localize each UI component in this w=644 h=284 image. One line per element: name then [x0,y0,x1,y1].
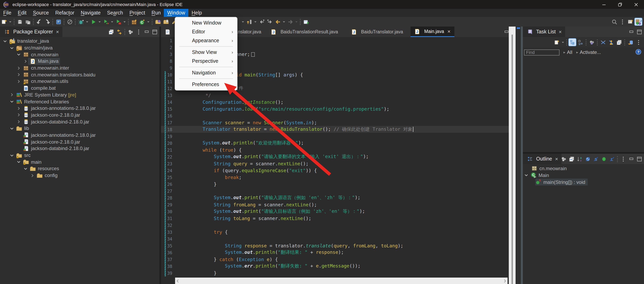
dropdown-caret-icon[interactable] [282,18,286,26]
back-icon[interactable] [274,18,282,26]
scope-all-button[interactable]: All [567,49,572,55]
menubar-item-refactor[interactable]: Refactor [52,9,78,17]
view-menu-icon[interactable] [134,28,142,36]
code-line[interactable]: 13 */ [161,92,509,99]
code-line[interactable]: 33 try { [161,229,509,235]
dropdown-caret-icon[interactable] [294,18,299,26]
editor-tab-main.java[interactable]: JMain.java✕ [410,26,454,37]
outline-item[interactable]: cn.meowrain [523,165,644,172]
code-line[interactable]: 37 } catch (Exception e) { [161,256,509,263]
view-handle-icon[interactable] [618,18,626,26]
hide-fields-icon[interactable]: F [584,155,592,163]
code-line[interactable]: 38 System.err.println("翻译失败: " + e.getMe… [161,263,509,270]
collapse-chevron-icon[interactable] [23,166,28,172]
tree-item[interactable]: src [0,152,158,159]
open-console-icon[interactable] [54,18,62,26]
nav-next-icon[interactable] [43,18,51,26]
dropdown-caret-icon[interactable] [110,18,114,26]
menubar-item-window[interactable]: Window [164,9,188,17]
sort-icon[interactable]: az [576,155,584,163]
menu-item-preferences[interactable]: Preferences [175,80,237,89]
tree-item[interactable]: lib [0,125,158,132]
dropdown-caret-icon[interactable] [241,18,245,26]
menubar-item-file[interactable]: File [0,9,14,17]
previous-edit-icon[interactable] [258,18,266,26]
link-editor-icon[interactable] [115,28,123,36]
code-line[interactable]: 16 [161,112,509,119]
expand-chevron-icon[interactable] [16,105,21,111]
tree-item[interactable]: config [0,172,158,179]
expand-chevron-icon[interactable] [16,112,21,118]
categorized-icon[interactable] [568,38,576,46]
code-line[interactable]: 21 while (true) { [161,146,509,153]
code-line[interactable]: 18 Translator translator = new BaiduTran… [161,126,509,133]
hide-non-public-icon[interactable] [600,155,608,163]
minimize-icon[interactable] [142,28,150,36]
dropdown-caret-icon[interactable] [146,18,150,26]
tree-item[interactable]: 010jackson-databind-2.18.0.jar [0,118,158,125]
code-line[interactable]: 35 String response = translator.translat… [161,242,509,249]
close-button[interactable] [628,0,644,9]
code-line[interactable]: 28 System.out.print("请输入源语言（例如 'en'、'zh'… [161,194,509,201]
menubar-item-navigate[interactable]: Navigate [78,9,104,17]
dropdown-caret-icon[interactable] [98,18,102,26]
horizontal-scrollbar[interactable] [175,278,508,284]
menu-item-perspective[interactable]: Perspective› [175,57,237,66]
close-view-icon[interactable]: ✕ [56,29,59,34]
filter-mine-icon[interactable] [607,38,615,46]
help-icon[interactable]: ? [635,49,642,55]
code-line[interactable]: 26 } [161,181,509,187]
hide-static-icon[interactable]: S [592,155,600,163]
overview-ruler[interactable] [516,26,521,284]
next-edit-icon[interactable] [266,18,274,26]
coverage-icon[interactable] [102,18,110,26]
scroll-left-icon[interactable] [176,279,179,283]
menu-item-new-window[interactable]: New Window [175,18,237,27]
code-line[interactable]: 36 System.out.println("翻译结果: " + respons… [161,249,509,256]
tree-item[interactable]: compile.bat [0,85,158,91]
code-line[interactable]: 34 [161,235,509,242]
expand-chevron-icon[interactable] [23,58,28,64]
horizontal-sash[interactable] [523,152,644,154]
menubar-item-search[interactable]: Search [104,9,126,17]
open-task-icon[interactable] [162,18,170,26]
find-input[interactable] [524,49,560,55]
tree-item[interactable]: jackson-core-2.18.0.jar [0,139,158,145]
tree-item[interactable]: jackson-databind-2.18.0.jar [0,145,158,152]
menu-item-navigation[interactable]: Navigation› [175,68,237,77]
tree-item[interactable]: cn.meowrain.utils [0,78,158,85]
maximize-icon[interactable] [635,155,643,163]
presentation-icon[interactable] [588,38,596,46]
code-line[interactable]: 24 if (query.equalsIgnoreCase("exit")) { [161,167,509,174]
dropdown-caret-icon[interactable] [561,38,565,46]
new-package-icon[interactable] [130,18,138,26]
code-line[interactable]: 30 System.out.print("请输入目标语言（例如 'zh'、'en… [161,208,509,215]
close-view-icon[interactable]: ✕ [558,29,562,34]
restore-button[interactable] [612,0,628,9]
save-all-icon[interactable] [24,18,32,26]
tree-item[interactable]: 010jackson-annotations-2.18.0.jar [0,105,158,112]
code-line[interactable]: 14 Confinguration.getInstance(); [161,99,509,105]
collapse-chevron-icon[interactable] [9,99,14,105]
code-line[interactable]: 32 [161,222,509,229]
outline-tab[interactable]: Outline ✕ [523,154,562,164]
tree-item[interactable]: JMain.java [0,58,158,64]
tree-item[interactable]: cn.meowrain.inter [0,65,158,71]
maximize-icon[interactable] [635,28,643,36]
expand-chevron-icon[interactable] [16,72,21,78]
code-line[interactable]: 27 [161,187,509,194]
folded-region-box[interactable] [251,52,255,56]
outline-item[interactable]: Smain(String[]) : void [523,179,644,185]
expand-chevron-icon[interactable] [30,172,35,178]
menubar-item-run[interactable]: Run [148,9,164,17]
tree-item[interactable]: src/main/java [0,44,158,51]
scheduled-icon[interactable] [576,38,584,46]
expand-chevron-icon[interactable] [9,92,14,98]
collapse-chevron-icon[interactable] [16,51,21,57]
dropdown-caret-icon[interactable] [8,18,12,26]
maximize-icon[interactable] [150,28,158,36]
activate-button[interactable]: Activate... [580,49,601,55]
menubar-item-help[interactable]: Help [188,9,205,17]
debug-icon[interactable] [77,18,85,26]
expand-chevron-icon[interactable] [16,119,21,125]
